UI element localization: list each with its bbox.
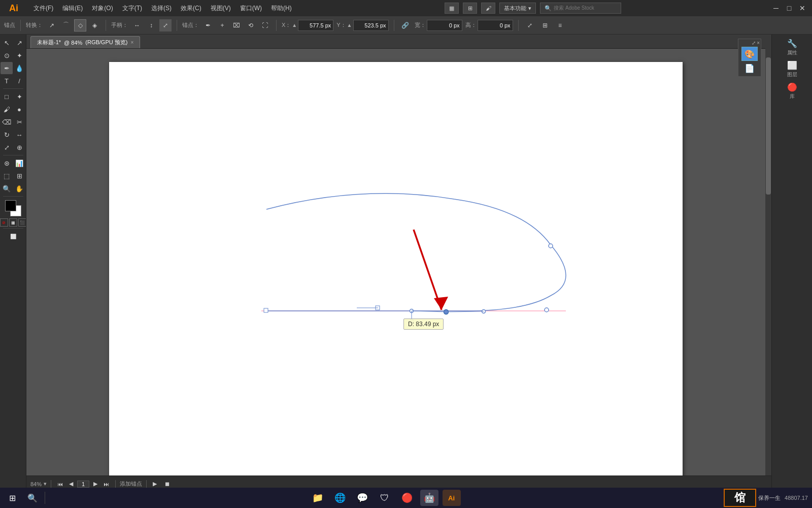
stop-btn[interactable]: ◼: [163, 480, 172, 488]
mini-panel-close-btn[interactable]: ×: [757, 40, 760, 46]
rotate-tool[interactable]: ↻: [1, 129, 13, 141]
taskbar-app-red[interactable]: 🔴: [398, 490, 416, 506]
y-input[interactable]: [353, 20, 389, 31]
menu-view[interactable]: 视图(V): [207, 3, 235, 14]
play-btn[interactable]: ▶: [151, 480, 159, 488]
taskbar-app-browser[interactable]: 🌐: [331, 490, 349, 506]
taskbar-search-btn[interactable]: 🔍: [24, 490, 41, 506]
start-button[interactable]: ⊞: [4, 490, 20, 506]
convert-btn-4[interactable]: ◈: [88, 19, 100, 31]
mini-panel-file-btn[interactable]: 📄: [741, 61, 758, 75]
handle-btn-1[interactable]: ↔: [131, 19, 143, 31]
eyedropper-tool[interactable]: 💧: [13, 62, 25, 74]
eraser-tool[interactable]: ⌫: [1, 116, 13, 128]
maximize-button[interactable]: □: [784, 3, 795, 14]
page-prev-btn[interactable]: ◀: [67, 480, 75, 488]
taskbar-app-ai[interactable]: Ai: [443, 490, 461, 506]
scrollbar-thumb[interactable]: [766, 57, 771, 195]
line-tool[interactable]: /: [13, 75, 25, 87]
minimize-button[interactable]: ─: [770, 3, 782, 14]
zoom-tool[interactable]: 🔍: [1, 182, 13, 195]
page-next-btn[interactable]: ▶: [91, 480, 99, 488]
transform-icon[interactable]: ⊞: [539, 19, 551, 31]
symbol-sprayer-tool[interactable]: ⊛: [1, 157, 13, 169]
mini-panel-expand-btn[interactable]: ⤢: [752, 40, 756, 46]
anchor-tool-2[interactable]: +: [216, 19, 228, 31]
doc-tab-close-btn[interactable]: ×: [130, 40, 133, 45]
taskbar-app-robot[interactable]: 🤖: [420, 490, 438, 506]
link-icon[interactable]: 🔗: [399, 19, 412, 31]
blob-brush-tool[interactable]: ●: [13, 103, 25, 115]
pattern-btn[interactable]: ⬛: [18, 218, 26, 227]
page-last-btn[interactable]: ⏭: [101, 480, 111, 488]
direct-selection-tool[interactable]: ↗: [13, 37, 25, 49]
properties-panel-btn[interactable]: 🔧 属性: [787, 39, 797, 56]
hand-tool[interactable]: ✋: [13, 182, 25, 195]
menu-file[interactable]: 文件(F): [29, 3, 57, 14]
constrain-icon[interactable]: ⤢: [524, 19, 536, 31]
menu-edit[interactable]: 编辑(E): [58, 3, 87, 14]
canvas-area[interactable]: 未标题-1* @ 84% (RGB/GPU 预览) ×: [26, 35, 771, 492]
menu-help[interactable]: 帮助(H): [267, 3, 296, 14]
selection-tool[interactable]: ↖: [1, 37, 13, 49]
tool-sep-3: [3, 196, 23, 197]
column-graph-tool[interactable]: 📊: [13, 157, 25, 169]
menu-select[interactable]: 选择(S): [147, 3, 176, 14]
convert-btn-1[interactable]: ↗: [46, 19, 58, 31]
handle-btn-active[interactable]: ⤢: [159, 19, 172, 31]
shaper-tool[interactable]: ✦: [13, 90, 25, 103]
layers-panel-btn[interactable]: ⬜ 图层: [787, 60, 797, 78]
close-button[interactable]: ✕: [797, 3, 808, 14]
w-input[interactable]: [427, 20, 462, 31]
scissors-tool[interactable]: ✂: [13, 116, 25, 128]
menu-window[interactable]: 窗口(W): [236, 3, 266, 14]
view-mode-btn[interactable]: ⊞: [463, 3, 477, 14]
taskbar-app-shield[interactable]: 🛡: [376, 490, 394, 506]
x-input[interactable]: [298, 20, 333, 31]
handle-btn-2[interactable]: ↕: [145, 19, 157, 31]
warp-tool[interactable]: ⊕: [13, 141, 25, 153]
scale-tool[interactable]: ⤢: [1, 141, 13, 153]
anchor-tool-3[interactable]: ⌧: [230, 19, 243, 31]
anchor-tool-1[interactable]: ✒: [202, 19, 214, 31]
lasso-tool[interactable]: ⊙: [1, 49, 13, 61]
h-input[interactable]: [478, 20, 513, 31]
slice-tool[interactable]: ⊞: [13, 170, 25, 182]
stroke-color-swatch[interactable]: [5, 200, 16, 211]
svg-line-6: [412, 311, 446, 312]
magic-wand-tool[interactable]: ✦: [13, 49, 25, 61]
arrange-icon[interactable]: ▦: [445, 3, 459, 14]
pen-tool[interactable]: ✒: [1, 62, 13, 74]
anchor-tool-4[interactable]: ⟲: [245, 19, 257, 31]
y-spin-up[interactable]: ▲: [347, 22, 352, 28]
convert-btn-2[interactable]: ⌒: [60, 19, 72, 31]
taskbar-app-explorer[interactable]: 📁: [309, 490, 327, 506]
zoom-dropdown-btn[interactable]: ▾: [44, 481, 47, 487]
reflect-tool[interactable]: ↔: [13, 129, 25, 141]
type-tool[interactable]: T: [1, 75, 13, 87]
anchor-tool-5[interactable]: ⛶: [259, 19, 271, 31]
vertical-scrollbar[interactable]: [765, 35, 771, 492]
workspace-selector[interactable]: 基本功能 ▾: [499, 3, 536, 14]
menu-text[interactable]: 文字(T): [118, 3, 146, 14]
paintbrush-tool[interactable]: 🖌: [1, 103, 13, 115]
document-tab[interactable]: 未标题-1* @ 84% (RGB/GPU 预览) ×: [30, 36, 140, 48]
libraries-panel-btn[interactable]: 🔴 库: [787, 82, 797, 100]
none-color-btn[interactable]: ⊘: [0, 218, 8, 227]
svg-point-5: [410, 309, 414, 313]
paint-brush-icon[interactable]: 🖌: [481, 3, 495, 14]
artboard-tool[interactable]: ⬚: [1, 170, 13, 182]
menu-effect[interactable]: 效果(C): [177, 3, 206, 14]
rect-tool[interactable]: □: [1, 90, 13, 103]
gradient-btn[interactable]: ▦: [9, 218, 17, 227]
page-first-btn[interactable]: ⏮: [55, 480, 65, 488]
convert-btn-3[interactable]: ◇: [74, 19, 86, 31]
mini-panel-palette-btn[interactable]: 🎨: [741, 47, 758, 61]
more-icon[interactable]: ≡: [554, 19, 566, 31]
taskbar-app-chat[interactable]: 💬: [353, 490, 371, 506]
stock-search[interactable]: 🔍 搜索 Adobe Stock: [540, 3, 621, 14]
page-number-input[interactable]: [77, 481, 89, 488]
drawing-modes-btn[interactable]: ⬜: [7, 230, 19, 242]
menu-object[interactable]: 对象(O): [88, 3, 117, 14]
x-spin-up[interactable]: ▲: [292, 22, 297, 28]
